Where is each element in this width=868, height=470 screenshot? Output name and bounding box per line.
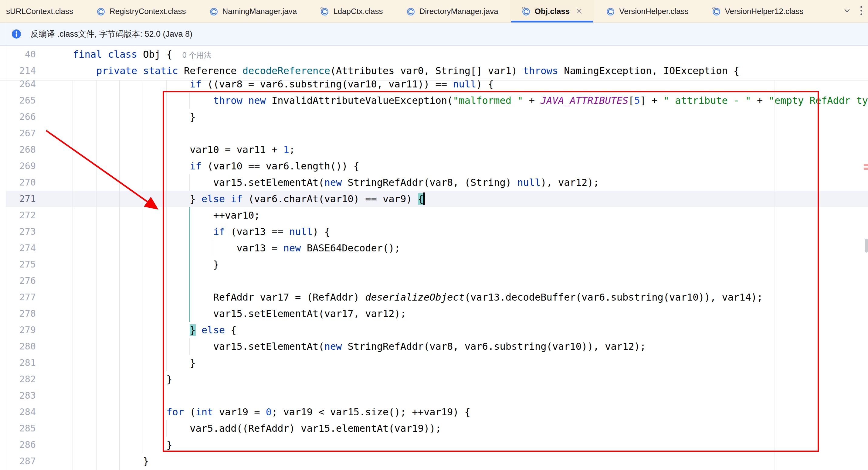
tab-label: sURLContext.class — [6, 7, 73, 16]
line-number: 286 — [0, 437, 36, 453]
tab-label: NamingManager.java — [222, 7, 297, 16]
code-line-282: 282} — [0, 371, 868, 387]
code-text: var5.add((RefAddr) var15.elementAt(var19… — [190, 420, 441, 437]
tab-obj-class[interactable]: Obj.class — [510, 0, 594, 23]
code-line-283: 283 — [0, 387, 868, 404]
sticky-lines-panel: 40final class Obj { 0 个用法214private stat… — [0, 46, 868, 81]
code-text: var10 = var11 + 1; — [190, 142, 295, 158]
tab-namingmanager-java[interactable]: NamingManager.java — [197, 0, 309, 23]
code-line-285: 285var5.add((RefAddr) var15.elementAt(va… — [0, 420, 868, 437]
code-text: var15.setElementAt(new StringRefAddr(var… — [213, 174, 599, 191]
code-text: if (var13 == null) { — [213, 224, 330, 240]
code-text: } — [213, 256, 219, 273]
line-number: 269 — [0, 158, 36, 174]
tab-directorymanager-java[interactable]: DirectoryManager.java — [395, 0, 510, 23]
error-stripe-mark — [864, 164, 868, 166]
tab-label: VersionHelper.class — [619, 7, 688, 16]
class-icon — [606, 7, 615, 16]
code-line-40: 40final class Obj { 0 个用法 — [0, 46, 868, 63]
line-number: 285 — [0, 420, 36, 437]
line-number: 274 — [0, 240, 36, 256]
line-number: 266 — [0, 109, 36, 125]
code-line-267: 267 — [0, 125, 868, 142]
error-stripe-mark — [864, 168, 868, 170]
tab-label: RegistryContext.class — [110, 7, 186, 16]
line-number: 278 — [0, 305, 36, 322]
code-line-266: 266} — [0, 109, 868, 125]
code-text: } — [190, 109, 195, 125]
code-text: private static Reference decodeReference… — [96, 63, 739, 79]
line-number: 284 — [0, 404, 36, 420]
kebab-menu-icon[interactable] — [860, 5, 863, 17]
code-line-270: 270var15.setElementAt(new StringRefAddr(… — [0, 174, 868, 191]
line-number: 40 — [0, 46, 36, 63]
line-number: 281 — [0, 355, 36, 371]
info-icon — [11, 29, 21, 39]
class-icon — [320, 7, 329, 16]
tab-registrycontext-class[interactable]: RegistryContext.class — [85, 0, 197, 23]
tab-label: LdapCtx.class — [333, 7, 383, 16]
decompile-notification-banner: 反编译 .class文件, 字节码版本: 52.0 (Java 8) — [0, 23, 868, 46]
code-line-265: 265throw new InvalidAttributeValueExcept… — [0, 92, 868, 109]
code-line-277: 277RefAddr var17 = (RefAddr) deserialize… — [0, 289, 868, 305]
tab-label: VersionHelper12.class — [725, 7, 804, 16]
line-number: 268 — [0, 142, 36, 158]
code-line-287: 287} — [0, 453, 868, 469]
line-number: 265 — [0, 92, 36, 109]
line-number: 271 — [0, 191, 36, 207]
code-text: } else if (var6.charAt(var10) == var9) { — [190, 191, 425, 207]
line-number: 270 — [0, 174, 36, 191]
code-text: if (var10 == var6.length()) { — [190, 158, 359, 174]
line-number: 275 — [0, 256, 36, 273]
close-icon[interactable] — [576, 8, 583, 15]
code-text: } else { — [190, 322, 237, 338]
tab-versionhelper-class[interactable]: VersionHelper.class — [594, 0, 700, 23]
tab-versionhelper12-class[interactable]: VersionHelper12.class — [700, 0, 815, 23]
editor-left-divider — [6, 0, 6, 470]
class-icon — [712, 7, 721, 16]
line-number: 276 — [0, 273, 36, 289]
code-text: } — [190, 355, 195, 371]
line-number: 287 — [0, 453, 36, 469]
code-editor-area[interactable]: 264if ((var8 = var6.substring(var10, var… — [0, 46, 868, 470]
code-line-272: 272++var10; — [0, 207, 868, 224]
code-line-275: 275} — [0, 256, 868, 273]
line-number: 272 — [0, 207, 36, 224]
code-line-269: 269if (var10 == var6.length()) { — [0, 158, 868, 174]
tab-ldapctx-class[interactable]: LdapCtx.class — [308, 0, 394, 23]
line-number: 279 — [0, 322, 36, 338]
code-line-284: 284for (int var19 = 0; var19 < var15.siz… — [0, 404, 868, 420]
code-line-214: 214private static Reference decodeRefere… — [0, 63, 868, 79]
editor-tab-bar: sURLContext.class RegistryContext.class … — [0, 0, 868, 23]
code-text: ++var10; — [213, 207, 260, 224]
line-number: 282 — [0, 371, 36, 387]
code-text: RefAddr var17 = (RefAddr) deserializeObj… — [213, 289, 763, 305]
code-text: var13 = new BASE64Decoder(); — [237, 240, 400, 256]
code-text: throw new InvalidAttributeValueException… — [213, 92, 868, 109]
code-text: } — [143, 453, 149, 469]
code-text: } — [166, 371, 172, 387]
code-line-279: 279} else { — [0, 322, 868, 338]
chevron-down-icon[interactable] — [842, 6, 851, 17]
code-text: var15.setElementAt(var17, var12); — [213, 305, 406, 322]
code-text: final class Obj { 0 个用法 — [73, 46, 212, 63]
code-line-286: 286} — [0, 437, 868, 453]
tab-label: DirectoryManager.java — [420, 7, 498, 16]
line-number: 267 — [0, 125, 36, 142]
class-icon — [521, 7, 531, 16]
line-number: 214 — [0, 63, 36, 79]
code-line-281: 281} — [0, 355, 868, 371]
tab-surlcontext-class[interactable]: sURLContext.class — [0, 0, 85, 23]
class-icon — [96, 7, 105, 16]
class-icon — [406, 7, 415, 16]
scrollbar-thumb[interactable] — [865, 239, 868, 253]
usages-inlay-hint: 0 个用法 — [182, 51, 212, 59]
line-number: 280 — [0, 338, 36, 355]
text-caret — [423, 193, 425, 205]
code-line-268: 268var10 = var11 + 1; — [0, 142, 868, 158]
line-number: 283 — [0, 387, 36, 404]
code-text: } — [166, 437, 172, 453]
line-number: 273 — [0, 224, 36, 240]
code-line-278: 278var15.setElementAt(var17, var12); — [0, 305, 868, 322]
notification-message: 反编译 .class文件, 字节码版本: 52.0 (Java 8) — [30, 29, 192, 39]
